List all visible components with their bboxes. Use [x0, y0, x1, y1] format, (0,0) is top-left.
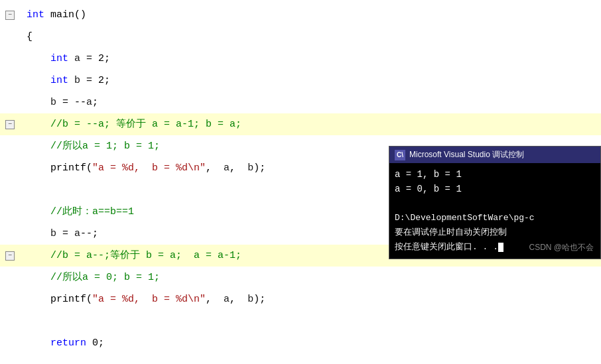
op-token: ; — [104, 75, 110, 86]
gutter-11[interactable]: − — [0, 251, 20, 261]
code-text-12: //所以a = 0; b = 1; — [20, 267, 160, 288]
code-text-3: int b = 2; — [20, 70, 110, 91]
code-line-12: //所以a = 0; b = 1; — [0, 267, 601, 288]
code-line-0: −int main() — [0, 4, 601, 26]
console-overlay: C\ Microsoft Visual Studio 调试控制 a = 1, b… — [389, 146, 601, 259]
string-token: "a = %d, b = %d\n" — [92, 162, 206, 174]
op-token: ; — [104, 53, 110, 64]
console-titlebar: C\ Microsoft Visual Studio 调试控制 — [389, 147, 600, 163]
code-line-4: b = --a; — [0, 91, 601, 113]
code-line-13: printf("a = %d, b = %d\n", a, b); — [0, 288, 601, 310]
code-text-15: return 0; — [20, 332, 104, 354]
func-token: printf — [50, 294, 86, 305]
code-text-1: { — [20, 26, 33, 48]
kw-token: int — [50, 75, 74, 86]
var-token: b — [50, 228, 62, 239]
comment-token: //此时：a==b==1 — [50, 206, 134, 217]
console-line-2: a = 0, b = 1 — [395, 182, 595, 196]
comment-token: //所以a = 0; b = 1; — [50, 272, 160, 283]
op-token: ; — [98, 337, 104, 349]
number-token: 2 — [98, 53, 104, 64]
var-token: a — [224, 294, 230, 305]
code-line-3: int b = 2; — [0, 70, 601, 91]
code-text-11: //b = a--;等价于 b = a; a = a-1; — [20, 245, 241, 267]
op-token: ; — [259, 162, 265, 174]
op-token: = — [62, 228, 74, 239]
console-line-1: a = 1, b = 1 — [395, 167, 595, 182]
comment-token: //所以a = 1; b = 1; — [50, 141, 160, 152]
op-token: ; — [92, 97, 98, 108]
code-line-2: int a = 2; — [0, 48, 601, 70]
gutter-5[interactable]: − — [0, 120, 20, 129]
op-token: , — [230, 162, 247, 174]
code-text-4: b = --a; — [20, 91, 98, 113]
code-text-9: //此时：a==b==1 — [20, 201, 134, 223]
bracket-token: ( — [86, 162, 92, 174]
console-icon: C\ — [395, 150, 405, 160]
number-token: 2 — [98, 75, 104, 86]
string-token: "a = %d, b = %d\n" — [92, 294, 206, 305]
op-token: -- — [74, 97, 86, 108]
console-title: Microsoft Visual Studio 调试控制 — [409, 149, 524, 160]
console-line-3 — [395, 196, 595, 211]
console-message1: 要在调试停止时自动关闭控制 — [395, 225, 595, 240]
code-text-6: //所以a = 1; b = 1; — [20, 135, 160, 157]
comment-token: //b = a--;等价于 b = a; a = a-1; — [50, 250, 241, 261]
bracket-token: ( — [86, 294, 92, 305]
var-token: a — [74, 228, 80, 239]
comment-token: //b = --a; 等价于 a = a-1; b = a; — [50, 119, 241, 130]
var-token: a — [74, 53, 86, 64]
op-token: ; — [259, 294, 265, 305]
bracket-token: () — [74, 9, 86, 21]
bracket-token: { — [27, 31, 33, 42]
op-token: = — [86, 53, 98, 64]
code-text-5: //b = --a; 等价于 a = a-1; b = a; — [20, 113, 241, 135]
var-token: a — [86, 97, 92, 108]
op-token: -- — [80, 228, 92, 239]
kw-token: return — [50, 337, 92, 349]
code-text-7: printf("a = %d, b = %d\n", a, b); — [20, 157, 265, 179]
code-line-14 — [0, 310, 601, 332]
code-text-2: int a = 2; — [20, 48, 110, 70]
func-token: printf — [50, 162, 86, 174]
collapse-icon[interactable]: − — [5, 251, 15, 261]
watermark: CSDN @哈也不会 — [529, 242, 594, 253]
func-token: main — [50, 9, 74, 21]
op-token: = — [86, 75, 98, 86]
gutter-0[interactable]: − — [0, 11, 20, 20]
var-token: b — [50, 97, 62, 108]
op-token: , — [206, 294, 224, 305]
code-text-0: int main() — [20, 4, 86, 26]
console-path: D:\DevelopmentSoftWare\pg-c — [395, 211, 595, 225]
number-token: 0 — [92, 337, 98, 349]
op-token: , — [206, 162, 224, 174]
code-line-16 — [0, 354, 601, 364]
var-token: b — [247, 162, 253, 174]
op-token: , — [230, 294, 247, 305]
code-line-1: { — [0, 26, 601, 48]
kw-token: int — [50, 53, 74, 64]
op-token: ; — [92, 228, 98, 239]
var-token: b — [247, 294, 253, 305]
var-token: b — [74, 75, 86, 86]
collapse-icon[interactable]: − — [5, 120, 15, 129]
op-token: = — [62, 97, 74, 108]
bracket-token: ) — [253, 162, 259, 174]
code-line-15: return 0; — [0, 332, 601, 354]
var-token: a — [224, 162, 230, 174]
code-text-13: printf("a = %d, b = %d\n", a, b); — [20, 288, 265, 310]
collapse-icon[interactable]: − — [5, 11, 15, 20]
kw-token: int — [27, 9, 50, 21]
code-text-10: b = a--; — [20, 223, 98, 245]
editor-panel: −int main(){ int a = 2; int b = 2; b = -… — [0, 0, 601, 364]
bracket-token: ) — [253, 294, 259, 305]
code-line-5: − //b = --a; 等价于 a = a-1; b = a; — [0, 113, 601, 135]
